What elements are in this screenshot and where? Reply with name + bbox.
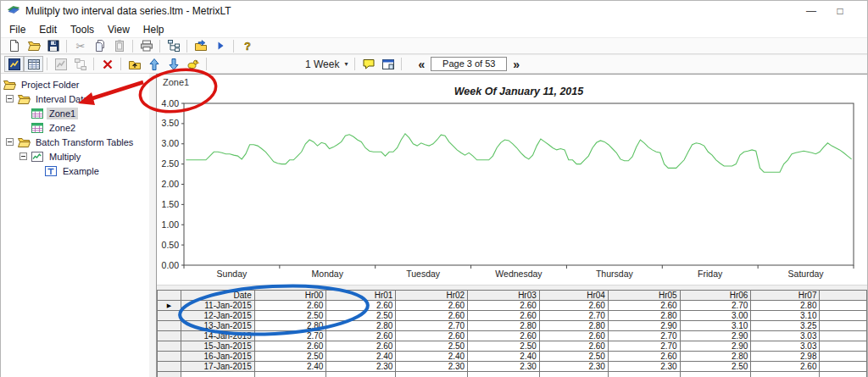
grid-cell[interactable]: 2.60 — [468, 331, 540, 341]
grid-cell[interactable]: 2.60 — [539, 301, 608, 311]
grid-cell[interactable]: 2.30 — [326, 362, 396, 372]
grid-column-header[interactable]: Hr07 — [751, 291, 820, 301]
collapse-icon[interactable] — [19, 152, 31, 160]
grid-cell[interactable]: 16-Jan-2015 — [181, 352, 255, 362]
tree-item-zone1[interactable]: Zone1 — [1, 106, 149, 120]
grid-cell[interactable]: 2.98 — [751, 352, 820, 362]
grid-cell[interactable]: 14-Jan-2015 — [181, 331, 255, 341]
interval-dropdown[interactable]: 1 Week ▾ — [302, 58, 351, 71]
grid-cell[interactable]: 2.70 — [680, 301, 751, 311]
grid-cell[interactable]: 12-Jan-2015 — [181, 311, 255, 321]
new-file-button[interactable] — [4, 38, 24, 54]
next-page-button[interactable]: » — [507, 58, 526, 71]
grid-cell[interactable] — [751, 372, 820, 377]
grid-cell[interactable]: 2.80 — [608, 311, 680, 321]
quick-view-button[interactable] — [183, 56, 203, 72]
tree-item-interval-data[interactable]: Interval Data — [1, 91, 149, 106]
tree-item-project-folder[interactable]: Project Folder — [1, 77, 149, 91]
row-selector[interactable]: ▶ — [158, 301, 181, 311]
grid-cell[interactable] — [468, 372, 540, 377]
grid-cell[interactable]: 2.80 — [680, 352, 751, 362]
grid-cell[interactable]: 2.80 — [539, 321, 608, 331]
grid-column-header[interactable]: Hr06 — [680, 291, 751, 301]
grid-cell[interactable]: 3.10 — [680, 321, 751, 331]
grid-cell[interactable]: 2.70 — [396, 321, 468, 331]
grid-cell[interactable]: 17-Jan-2015 — [181, 362, 255, 372]
menu-help[interactable]: Help — [136, 23, 171, 36]
grid-cell[interactable]: 2.30 — [468, 362, 540, 372]
grid-cell[interactable]: 2.40 — [326, 352, 396, 362]
grid-cell[interactable]: 3.10 — [751, 311, 820, 321]
grid-cell[interactable] — [680, 372, 751, 377]
grid-cell[interactable]: 2.80 — [468, 321, 540, 331]
help-button[interactable]: ? — [237, 38, 257, 54]
tree-item-multiply[interactable]: Multiply — [1, 149, 149, 164]
open-button[interactable] — [24, 38, 43, 54]
grid-cell[interactable]: 2.40 — [468, 352, 540, 362]
grid-cell[interactable]: 2.50 — [468, 341, 540, 352]
minimize-button[interactable]: — — [806, 6, 816, 16]
grid-cell[interactable]: 2.90 — [608, 321, 680, 331]
grid-cell[interactable]: 2.70 — [608, 331, 680, 341]
tree-item-zone2[interactable]: Zone2 — [1, 120, 149, 135]
grid-column-header[interactable]: Hr05 — [608, 291, 680, 301]
grid-column-header[interactable]: Hr02 — [396, 291, 468, 301]
row-selector[interactable] — [158, 372, 181, 377]
grid-cell[interactable]: 2.60 — [608, 352, 680, 362]
grid-cell[interactable]: 2.80 — [326, 321, 396, 331]
grid-cell[interactable]: 3.03 — [751, 341, 820, 352]
grid-cell[interactable]: 2.60 — [539, 331, 608, 341]
grid-cell[interactable]: 2.30 — [608, 362, 680, 372]
grid-column-header[interactable]: Hr04 — [539, 291, 608, 301]
grid-cell[interactable]: 2.60 — [254, 341, 326, 352]
grid-cell[interactable]: 3.25 — [751, 321, 820, 331]
save-button[interactable] — [43, 38, 63, 54]
grid-cell[interactable] — [608, 372, 680, 377]
grid-cell[interactable]: 2.60 — [468, 311, 540, 321]
grid-cell[interactable] — [254, 372, 326, 377]
chart-view-button[interactable] — [4, 56, 24, 72]
grid-cell[interactable]: 2.60 — [326, 331, 396, 341]
tree-item-batch-transform-tables[interactable]: Batch Transform Tables — [1, 135, 149, 149]
grid-cell[interactable] — [326, 372, 396, 377]
grid-column-header[interactable]: Date — [181, 291, 255, 301]
grid-cell[interactable] — [820, 362, 867, 372]
grid-cell[interactable] — [820, 372, 867, 377]
grid-cell[interactable]: 2.60 — [468, 301, 540, 311]
page-indicator[interactable]: Page 3 of 53 — [431, 57, 507, 71]
grid-cell[interactable]: 2.90 — [680, 331, 751, 341]
grid-cell[interactable]: 2.60 — [608, 301, 680, 311]
grid-cell[interactable] — [396, 372, 468, 377]
grid-cell[interactable]: 2.60 — [326, 341, 396, 352]
annotation-button[interactable] — [359, 56, 378, 72]
folder-up-button[interactable] — [125, 56, 144, 72]
grid-cell[interactable] — [181, 372, 255, 377]
grid-cell[interactable] — [820, 341, 867, 352]
move-up-button[interactable] — [144, 56, 164, 72]
grid-cell[interactable]: 2.50 — [680, 362, 751, 372]
grid-cell[interactable]: 2.70 — [254, 331, 326, 341]
grid-cell[interactable]: 3.03 — [751, 331, 820, 341]
grid-column-header[interactable]: Hr00 — [254, 291, 326, 301]
menu-edit[interactable]: Edit — [32, 23, 64, 36]
grid-cell[interactable]: 11-Jan-2015 — [181, 301, 255, 311]
row-selector[interactable] — [158, 321, 181, 331]
grid-cell[interactable]: 2.70 — [539, 311, 608, 321]
grid-cell[interactable]: 2.50 — [254, 352, 326, 362]
row-selector[interactable] — [158, 362, 181, 372]
grid-cell[interactable]: 2.60 — [396, 331, 468, 341]
previous-page-button[interactable]: « — [412, 58, 431, 71]
grid-cell[interactable]: 2.70 — [608, 341, 680, 352]
grid-cell[interactable]: 2.80 — [254, 321, 326, 331]
grid-cell[interactable]: 2.60 — [254, 301, 326, 311]
row-selector[interactable] — [158, 311, 181, 321]
collapse-icon[interactable] — [6, 138, 17, 146]
grid-cell[interactable]: 2.60 — [539, 341, 608, 352]
grid-cell[interactable]: 3.00 — [680, 311, 751, 321]
grid-cell[interactable]: 2.50 — [539, 352, 608, 362]
grid-cell[interactable] — [820, 321, 867, 331]
grid-cell[interactable]: 2.60 — [396, 311, 468, 321]
grid-cell[interactable]: 2.40 — [396, 352, 468, 362]
grid-cell[interactable] — [820, 311, 867, 321]
grid-cell[interactable]: 2.60 — [396, 301, 468, 311]
